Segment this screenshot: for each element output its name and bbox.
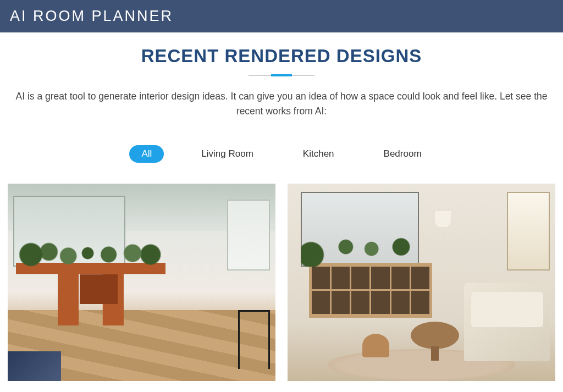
side-table (238, 310, 270, 369)
gallery-grid (8, 184, 555, 381)
filter-tabs: All Living Room Kitchen Bedroom (8, 145, 555, 163)
plants-row (16, 241, 166, 268)
coffee-table (411, 322, 459, 349)
main-content: RECENT RENDERED DESIGNS AI is a great to… (0, 32, 563, 381)
window-right2 (507, 192, 550, 270)
gallery-card-before[interactable] (8, 184, 275, 381)
sofa-corner (8, 351, 61, 381)
pendant-lamp (435, 211, 451, 227)
gallery-card-after[interactable] (288, 184, 555, 381)
plants-cluster (301, 227, 429, 267)
filter-tab-living-room[interactable]: Living Room (189, 145, 266, 163)
filter-tab-kitchen[interactable]: Kitchen (291, 145, 346, 163)
sofa-shape (464, 283, 550, 361)
filter-tab-all[interactable]: All (129, 145, 164, 163)
title-divider (249, 75, 314, 76)
app-header: AI ROOM PLANNER (0, 0, 563, 32)
shelf-grid (312, 267, 429, 314)
desk-cubby (80, 274, 117, 304)
section-title: RECENT RENDERED DESIGNS (8, 46, 555, 67)
section-description: AI is a great tool to generate interior … (8, 89, 555, 119)
app-title: AI ROOM PLANNER (10, 8, 173, 25)
divider-wrap (8, 75, 555, 76)
stool-shape (362, 334, 389, 357)
window-right (227, 200, 270, 270)
filter-tab-bedroom[interactable]: Bedroom (372, 145, 434, 163)
